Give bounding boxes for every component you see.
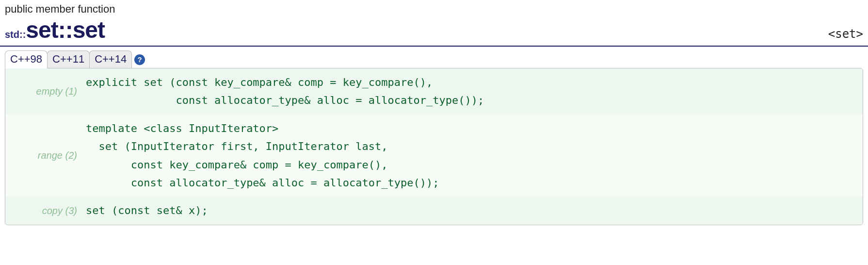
title-class: set	[26, 18, 58, 42]
help-icon[interactable]: ?	[134, 54, 145, 65]
page-title: std:: set :: set	[5, 18, 105, 42]
declaration-code: explicit set (const key_compare& comp = …	[83, 68, 863, 115]
declaration-code: set (const set& x);	[83, 197, 863, 224]
header-include: <set>	[828, 27, 863, 41]
title-namespace: std::	[5, 30, 26, 39]
declaration-label: range (2)	[5, 115, 83, 197]
title-member: set	[73, 18, 105, 42]
declaration-label: empty (1)	[5, 68, 83, 115]
declaration-row: empty (1) explicit set (const key_compar…	[5, 68, 863, 115]
tab-cpp11[interactable]: C++11	[47, 50, 90, 68]
member-kind: public member function	[0, 0, 868, 17]
declaration-label: copy (3)	[5, 197, 83, 224]
title-row: std:: set :: set <set>	[0, 17, 868, 45]
declaration-code: template <class InputIterator> set (Inpu…	[83, 115, 863, 197]
declaration-row: range (2) template <class InputIterator>…	[5, 115, 863, 197]
declarations-table: empty (1) explicit set (const key_compar…	[5, 68, 863, 225]
declaration-row: copy (3) set (const set& x);	[5, 197, 863, 224]
tab-cpp14[interactable]: C++14	[89, 50, 132, 68]
declarations-card: empty (1) explicit set (const key_compar…	[5, 68, 863, 225]
title-separator: ::	[58, 18, 73, 42]
tab-cpp98[interactable]: C++98	[5, 50, 48, 68]
standard-tabs: C++98 C++11 C++14 ?	[0, 47, 868, 68]
